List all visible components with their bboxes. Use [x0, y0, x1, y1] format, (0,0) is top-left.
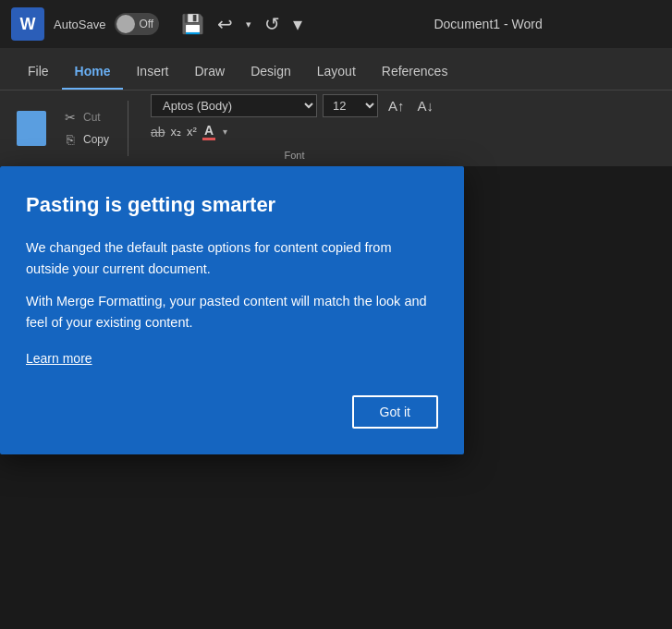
- font-size-selector[interactable]: 12: [323, 94, 378, 117]
- font-color-button[interactable]: A: [202, 123, 215, 140]
- word-logo-icon: W: [11, 7, 44, 41]
- learn-more-link[interactable]: Learn more: [26, 351, 92, 366]
- tab-insert[interactable]: Insert: [123, 54, 181, 90]
- copy-icon: ⎘: [63, 132, 78, 147]
- tab-references[interactable]: References: [369, 54, 461, 90]
- scissors-icon: ✂: [63, 110, 78, 125]
- tab-file[interactable]: File: [15, 54, 62, 90]
- toggle-circle: [116, 15, 135, 33]
- font-section: Aptos (Body) 12 A↑ A↓ ab x₂ x² A ▾ Font: [143, 94, 446, 163]
- redo-icon[interactable]: ↺: [261, 9, 284, 39]
- tab-draw[interactable]: Draw: [181, 54, 238, 90]
- increase-font-button[interactable]: A↑: [384, 96, 409, 115]
- popup-footer: Got it: [26, 395, 438, 429]
- tab-home[interactable]: Home: [62, 54, 124, 90]
- popup-body-line2: With Merge Formatting, your pasted conte…: [26, 291, 438, 333]
- popup-title: Pasting is getting smarter: [26, 192, 438, 219]
- strikethrough-button[interactable]: ab: [151, 125, 165, 139]
- tab-layout[interactable]: Layout: [304, 54, 369, 90]
- font-section-label: Font: [151, 146, 438, 163]
- got-it-button[interactable]: Got it: [352, 395, 438, 429]
- font-row-1: Aptos (Body) 12 A↑ A↓: [151, 94, 438, 117]
- more-icon[interactable]: ▾: [289, 9, 306, 39]
- clipboard-items: ✂ Cut ⎘ Copy: [59, 108, 113, 149]
- font-family-selector[interactable]: Aptos (Body): [151, 94, 317, 117]
- font-color-icon: A: [204, 123, 214, 138]
- cut-button[interactable]: ✂ Cut: [59, 108, 113, 127]
- title-bar: W AutoSave Off 💾 ↩ ▾ ↺ ▾ Document1 - Wor…: [0, 0, 672, 48]
- font-size-buttons: A↑ A↓: [384, 96, 438, 115]
- font-color-dropdown-icon[interactable]: ▾: [223, 127, 227, 137]
- popup-card: Pasting is getting smarter We changed th…: [0, 166, 464, 454]
- clipboard-section: ✂ Cut ⎘ Copy: [11, 101, 128, 156]
- popup-body-line1: We changed the default paste options for…: [26, 237, 438, 280]
- toolbar-icons: 💾 ↩ ▾ ↺ ▾: [177, 9, 306, 39]
- autosave-toggle[interactable]: Off: [115, 13, 159, 35]
- workspace: Pasting is getting smarter We changed th…: [0, 166, 672, 629]
- save-icon[interactable]: 💾: [177, 9, 208, 39]
- subscript-button[interactable]: x₂: [171, 125, 182, 139]
- ribbon-content: ✂ Cut ⎘ Copy Aptos (Body) 12 A↑ A↓ ab x: [0, 91, 672, 166]
- undo-dropdown-icon[interactable]: ▾: [242, 15, 255, 34]
- tab-design[interactable]: Design: [238, 54, 304, 90]
- decrease-font-button[interactable]: A↓: [413, 96, 439, 115]
- paste-button[interactable]: [11, 104, 52, 152]
- toggle-state-label: Off: [139, 18, 155, 30]
- ribbon-tabs: File Home Insert Draw Design Layout Refe…: [0, 48, 672, 91]
- paste-icon: [17, 111, 46, 146]
- popup-overlay: Pasting is getting smarter We changed th…: [0, 166, 464, 454]
- font-color-bar: [202, 138, 215, 140]
- font-row-2: ab x₂ x² A ▾: [151, 123, 438, 140]
- autosave-label: AutoSave: [54, 18, 105, 31]
- document-title: Document1 - Word: [315, 17, 661, 31]
- undo-icon[interactable]: ↩: [214, 9, 237, 39]
- superscript-button[interactable]: x²: [187, 125, 197, 139]
- copy-button[interactable]: ⎘ Copy: [59, 130, 113, 149]
- popup-body: We changed the default paste options for…: [26, 237, 438, 334]
